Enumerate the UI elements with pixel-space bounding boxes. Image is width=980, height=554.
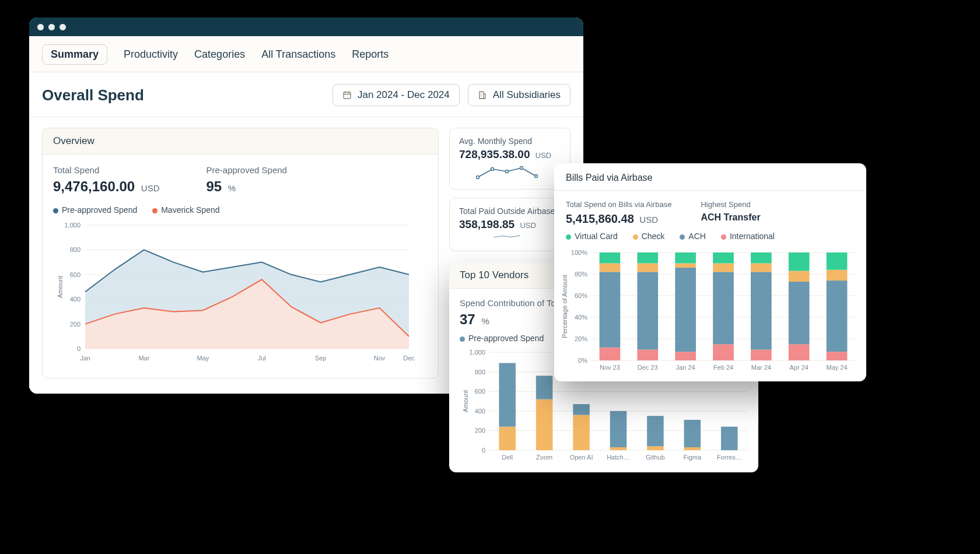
svg-text:May 24: May 24 <box>827 364 848 371</box>
svg-rect-84 <box>637 253 658 264</box>
stat-label: Highest Spend <box>701 200 760 209</box>
legend-item: ACH <box>680 232 706 241</box>
date-range-label: Jan 2024 - Dec 2024 <box>358 89 450 101</box>
svg-rect-61 <box>721 427 738 450</box>
stat-bills-total: Total Spend on Bills via Airbase 5,415,8… <box>566 200 671 226</box>
stat-preapproved: Pre-approved Spend 95 % <box>206 165 286 195</box>
svg-text:Forres…: Forres… <box>717 454 742 461</box>
svg-rect-43 <box>499 363 516 426</box>
svg-text:Apr 24: Apr 24 <box>790 364 808 371</box>
svg-text:400: 400 <box>70 296 80 303</box>
stat-label: Pre-approved Spend <box>206 165 286 175</box>
svg-text:Jan: Jan <box>80 355 90 362</box>
svg-text:40%: 40% <box>575 314 587 321</box>
stat-unit: USD <box>520 221 536 230</box>
stat-value: 95 <box>206 178 222 194</box>
window-dot <box>60 24 66 30</box>
legend-item: Pre-approved Spend <box>460 334 544 343</box>
stat-value: ACH Transfer <box>701 212 760 223</box>
outside-card: Total Paid Outside Airbase 358,198.85 US… <box>449 198 570 251</box>
svg-text:20%: 20% <box>575 335 587 342</box>
stat-bills-highest: Highest Spend ACH Transfer <box>701 200 760 226</box>
svg-rect-109 <box>827 253 848 270</box>
svg-text:Amount: Amount <box>57 276 64 298</box>
svg-rect-42 <box>499 427 516 450</box>
svg-text:80%: 80% <box>575 271 587 278</box>
svg-rect-98 <box>751 264 772 272</box>
svg-rect-102 <box>789 282 810 344</box>
stat-total-spend: Total Spend 9,476,160.00 USD <box>53 165 159 195</box>
svg-rect-48 <box>573 415 590 450</box>
svg-text:400: 400 <box>475 408 485 415</box>
svg-text:800: 800 <box>70 246 80 253</box>
svg-rect-45 <box>536 399 553 450</box>
svg-text:100%: 100% <box>571 249 587 256</box>
sparkline-icon <box>459 164 561 181</box>
legend-item: Check <box>633 232 665 241</box>
svg-rect-99 <box>751 253 772 264</box>
svg-text:0: 0 <box>482 447 485 454</box>
bills-card: Bills Paid via Airbase Total Spend on Bi… <box>554 163 866 381</box>
stat-value: 358,198.85 <box>459 218 514 230</box>
stat-unit: % <box>228 183 236 193</box>
svg-rect-46 <box>536 376 553 399</box>
tab-reports[interactable]: Reports <box>352 48 388 61</box>
svg-rect-55 <box>647 416 664 446</box>
page-header: Overall Spend Jan 2024 - Dec 2024 <box>29 72 583 117</box>
svg-text:Percentage of Amount: Percentage of Amount <box>561 275 568 338</box>
date-range-filter[interactable]: Jan 2024 - Dec 2024 <box>332 84 460 106</box>
svg-text:1,000: 1,000 <box>64 222 80 229</box>
stat-unit: USD <box>639 215 658 225</box>
bills-chart: 0%20%40%60%80%100%Percentage of AmountNo… <box>559 249 859 374</box>
svg-rect-78 <box>600 264 621 272</box>
stat-label: Avg. Monthly Spend <box>459 136 561 146</box>
svg-rect-92 <box>713 272 734 344</box>
legend-item: International <box>721 232 775 241</box>
subsidiary-label: All Subsidiaries <box>493 89 561 101</box>
svg-rect-106 <box>827 352 848 360</box>
svg-rect-94 <box>713 253 734 264</box>
svg-text:Figma: Figma <box>684 454 702 461</box>
svg-rect-52 <box>610 411 627 447</box>
svg-point-27 <box>520 167 523 170</box>
tab-categories[interactable]: Categories <box>194 48 245 61</box>
svg-text:Github: Github <box>646 454 664 461</box>
svg-rect-104 <box>789 253 810 271</box>
svg-rect-107 <box>827 280 848 352</box>
svg-rect-76 <box>600 348 621 360</box>
subsidiary-filter[interactable]: All Subsidiaries <box>468 84 570 106</box>
window-titlebar <box>29 17 583 36</box>
svg-rect-101 <box>789 344 810 360</box>
page-title: Overall Spend <box>42 86 144 104</box>
sparkline-icon <box>459 234 561 243</box>
svg-rect-49 <box>573 404 590 415</box>
stat-label: Total Paid Outside Airbase <box>459 206 561 216</box>
window-dot <box>48 24 55 30</box>
svg-rect-0 <box>344 92 351 99</box>
tab-summary[interactable]: Summary <box>42 44 107 65</box>
tab-productivity[interactable]: Productivity <box>124 48 178 61</box>
svg-text:Nov: Nov <box>374 355 386 362</box>
svg-rect-96 <box>751 350 772 361</box>
tab-bar: Summary Productivity Categories All Tran… <box>29 36 583 72</box>
svg-text:Feb 24: Feb 24 <box>713 364 733 371</box>
stat-value: 5,415,860.48 <box>566 212 634 225</box>
svg-rect-97 <box>751 272 772 349</box>
svg-text:May: May <box>197 355 209 362</box>
svg-text:Hatch…: Hatch… <box>607 454 630 461</box>
svg-rect-77 <box>600 272 621 348</box>
svg-text:200: 200 <box>475 427 485 434</box>
svg-text:Dec 23: Dec 23 <box>638 364 658 371</box>
stat-unit: % <box>481 316 489 326</box>
svg-rect-108 <box>827 270 848 281</box>
svg-point-24 <box>477 176 480 179</box>
svg-text:600: 600 <box>70 271 80 278</box>
svg-text:Sep: Sep <box>315 355 327 362</box>
svg-rect-57 <box>684 447 701 450</box>
svg-rect-86 <box>675 352 696 360</box>
overview-legend: Pre-approved Spend Maverick Spend <box>53 205 428 215</box>
tab-all-transactions[interactable]: All Transactions <box>261 48 335 61</box>
overview-title: Overview <box>43 128 438 155</box>
svg-text:200: 200 <box>70 321 80 328</box>
overview-chart: 02004006008001,000AmountJanMarMayJulSepN… <box>53 219 415 365</box>
